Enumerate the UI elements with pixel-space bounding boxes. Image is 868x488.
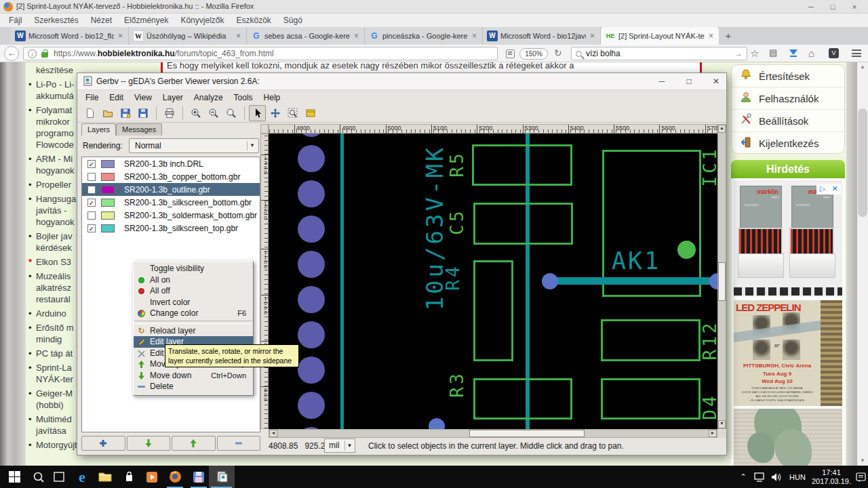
scrollbar-thumb[interactable] xyxy=(718,262,726,301)
unit-dropdown[interactable]: mil▼ xyxy=(324,439,355,453)
save-as-button[interactable] xyxy=(117,105,134,121)
tab-0[interactable]: WMicrosoft Word - bio12_flap1f...× xyxy=(11,27,129,45)
task-view-icon[interactable] xyxy=(50,468,68,485)
sidebar-link-15[interactable]: •Motorgyújtá xyxy=(28,439,79,451)
edge-icon[interactable]: e xyxy=(73,468,91,485)
page-scrollbar[interactable]: ▲ ▼ xyxy=(857,62,868,466)
browser-minimize-button[interactable]: ─ xyxy=(802,1,821,13)
gerbv-menu-view[interactable]: View xyxy=(129,93,157,102)
open-button[interactable] xyxy=(99,105,116,121)
scroll-right-icon[interactable]: ► xyxy=(709,430,717,437)
sidebar-link-13[interactable]: •Geiger-M(hobbi) xyxy=(28,388,79,411)
reader-mode-icon[interactable] xyxy=(506,49,515,58)
media-player-icon[interactable] xyxy=(143,468,161,485)
sidebar-link-2[interactable]: •FolyamatmikrokorprogramoFlowcode xyxy=(28,104,79,150)
canvas-horizontal-scrollbar[interactable]: ◄ ► xyxy=(269,429,717,438)
tab-close-icon[interactable]: × xyxy=(589,31,596,41)
tab-close-icon[interactable]: × xyxy=(353,31,360,41)
layer-color-swatch[interactable] xyxy=(101,224,115,232)
taskbar-search-icon[interactable] xyxy=(30,468,47,485)
home-icon[interactable]: ⌂ xyxy=(808,47,814,59)
site-info-icon[interactable]: i xyxy=(28,49,37,58)
layer-visibility-checkbox[interactable] xyxy=(87,173,96,181)
gerbv-minimize-button[interactable]: ─ xyxy=(652,75,672,88)
sidebar-link-10[interactable]: •Erősítő mmindig xyxy=(28,322,79,345)
menu-item-all-on[interactable]: All on xyxy=(134,274,253,286)
browser-menu-2[interactable]: Nézet xyxy=(85,16,118,25)
scrollbar-thumb[interactable] xyxy=(469,430,585,437)
gerbv-menu-layer[interactable]: Layer xyxy=(157,93,189,102)
sidebar-link-7[interactable]: *Elkon S3 xyxy=(28,256,79,268)
gerbv-menu-tools[interactable]: Tools xyxy=(229,93,258,102)
zoom-in-button[interactable] xyxy=(187,105,204,121)
library-icon[interactable]: ▤ xyxy=(769,47,777,58)
pan-button[interactable] xyxy=(267,105,283,121)
refresh-icon[interactable]: ↻ xyxy=(554,47,562,58)
browser-menu-1[interactable]: Szerkesztés xyxy=(28,16,84,25)
zoom-select-button[interactable] xyxy=(284,105,301,121)
sidebar-link-11[interactable]: •PC táp át xyxy=(28,348,79,359)
tab-4[interactable]: WMicrosoft Word - bio12javutm...× xyxy=(483,27,601,45)
browser-menu-3[interactable]: Előzmények xyxy=(118,16,174,25)
gerbv-menu-analyze[interactable]: Analyze xyxy=(189,93,229,102)
sidebar-link-9[interactable]: •Arduino xyxy=(28,308,79,319)
start-button[interactable] xyxy=(5,468,23,485)
scroll-down-icon[interactable]: ▼ xyxy=(857,456,868,466)
browser-menu-5[interactable]: Eszközök xyxy=(230,16,277,25)
sidebar-link-6[interactable]: •Bojler javkérdések xyxy=(28,230,79,253)
search-go-icon[interactable]: → xyxy=(734,49,743,58)
layer-visibility-checkbox[interactable]: ✓ xyxy=(87,224,96,232)
tab-messages[interactable]: Messages xyxy=(116,123,162,136)
file-explorer-icon[interactable] xyxy=(96,468,114,485)
menu-item-toggle-visibility[interactable]: Toggle visibility xyxy=(134,263,253,274)
sidebar-link-3[interactable]: •ARM - Mihogyanok xyxy=(28,153,79,176)
user-menu-bell[interactable]: Értesítések xyxy=(732,65,844,87)
layer-visibility-checkbox[interactable] xyxy=(87,186,96,194)
sprint-layout-icon[interactable] xyxy=(190,468,208,485)
layer-row-1[interactable]: SR200-1.3b_copper_bottom.gbr xyxy=(82,170,260,183)
sidebar-link-1[interactable]: •Li-Po - Li-akkumulá xyxy=(28,79,79,102)
tab-5[interactable]: HE[2] Sprint-Layout NYÁK-te...× xyxy=(601,27,719,45)
pointer-button[interactable] xyxy=(249,105,266,121)
layer-color-swatch[interactable] xyxy=(101,211,115,220)
ad-antique-artifact[interactable] xyxy=(734,409,842,466)
pcb-canvas[interactable]: 10u/63V-MK R5 C5 R4 R3 IC1 R12 D4 AK1 xyxy=(269,134,717,429)
tab-close-icon[interactable]: × xyxy=(471,31,478,41)
sidebar-link-4[interactable]: •Propeller xyxy=(28,179,79,190)
save-button[interactable] xyxy=(134,105,151,121)
tab-3[interactable]: Gpinceászka - Google-kere...× xyxy=(365,27,483,45)
layer-color-swatch[interactable] xyxy=(101,199,115,207)
tab-2[interactable]: Gsebes acsa - Google-keres...× xyxy=(247,27,365,45)
layer-visibility-checkbox[interactable]: ✓ xyxy=(87,199,96,207)
tray-notifications-icon[interactable] xyxy=(853,466,868,488)
menu-item-delete[interactable]: Delete xyxy=(134,381,253,392)
scroll-down-icon[interactable]: ▼ xyxy=(718,420,726,428)
rendering-dropdown[interactable]: Normal▼ xyxy=(129,138,259,153)
scroll-up-icon[interactable]: ▲ xyxy=(718,125,726,133)
menu-item-reload-layer[interactable]: ↻Reload layer xyxy=(134,325,253,337)
browser-menu-0[interactable]: Fájl xyxy=(3,16,28,25)
layer-row-5[interactable]: ✓SR200-1.3b_silkscreen_top.gbr xyxy=(82,222,260,235)
store-icon[interactable] xyxy=(120,468,138,485)
scroll-up-icon[interactable]: ▲ xyxy=(857,62,868,72)
layer-row-4[interactable]: SR200-1.3b_soldermask_bottom.gbr xyxy=(82,209,260,222)
sidebar-link-12[interactable]: •Sprint-LaNYÁK-ter xyxy=(28,362,79,385)
search-input[interactable]: vízi bolha → xyxy=(571,47,747,60)
menu-hamburger-icon[interactable] xyxy=(852,49,861,57)
menu-item-change-color[interactable]: Change colorF6 xyxy=(134,308,253,319)
taskbar-firefox-icon[interactable] xyxy=(166,468,184,485)
browser-close-button[interactable]: × xyxy=(845,1,864,13)
tray-volume-icon[interactable] xyxy=(768,466,785,488)
tray-chevron-up-icon[interactable]: ⌃ xyxy=(736,466,751,488)
ad-led-zeppelin[interactable]: LED ZEPPELIN 22" PITTSBURGH, Civic Arena… xyxy=(734,300,842,406)
layer-color-swatch[interactable] xyxy=(101,173,115,181)
browser-menu-4[interactable]: Könyvjelzők xyxy=(174,16,230,25)
print-button[interactable] xyxy=(161,105,178,121)
scroll-left-icon[interactable]: ◄ xyxy=(269,430,277,437)
sidebar-link-0[interactable]: készítése xyxy=(28,64,79,76)
url-bar[interactable]: i https://www.hobbielektronika.hu/forum/… xyxy=(23,47,498,60)
new-button[interactable] xyxy=(81,105,98,121)
layer-row-3[interactable]: ✓SR200-1.3b_silkscreen_bottom.gbr xyxy=(82,196,260,209)
menu-item-all-off[interactable]: All off xyxy=(134,285,253,297)
ad-marklin[interactable]: märklindigitalkeyboard märklindigitalkey… xyxy=(734,180,842,297)
